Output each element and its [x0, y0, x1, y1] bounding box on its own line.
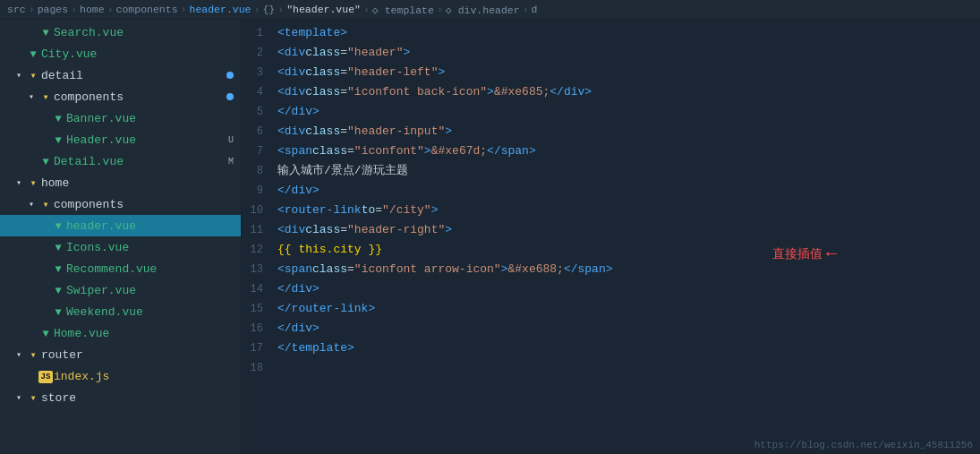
folder-icon: ▾	[38, 198, 54, 211]
line-content: </div>	[277, 181, 320, 201]
string-token: "iconfont arrow-icon"	[354, 262, 501, 276]
tag-token: </template>	[277, 341, 354, 355]
editor: 1<template>2 <divclass="header">3 <divcl…	[242, 20, 980, 454]
item-label: detail	[41, 69, 226, 82]
tag-token: </div>	[277, 282, 320, 296]
item-label: Swiper.vue	[66, 284, 241, 297]
vue-icon: ▼	[38, 26, 54, 39]
string-token: "header"	[347, 46, 403, 59]
sidebar-item-components-folder-2[interactable]: ▾▾components	[0, 193, 241, 215]
line-number: 8	[242, 161, 277, 181]
line-content: </div>	[277, 319, 320, 338]
folder-icon: ▾	[25, 348, 41, 362]
arrow-icon: ▾	[13, 177, 25, 188]
bc-braces: {}	[262, 4, 275, 15]
sidebar-item-icons-vue[interactable]: ▼Icons.vue	[0, 236, 241, 258]
item-label: router	[41, 348, 241, 362]
line-content: <spanclass="iconfont">&#xe67d;</span>	[277, 141, 536, 161]
bc-sep4: ›	[181, 4, 187, 15]
sidebar-item-detail-folder[interactable]: ▾▾detail	[0, 64, 241, 86]
line-content: <divclass="header">	[277, 43, 410, 63]
tag-token: </span>	[564, 262, 613, 276]
string-token: "iconfont"	[354, 144, 424, 158]
attr-token: class	[305, 85, 340, 99]
line-number: 7	[242, 141, 277, 161]
line-content: </div>	[277, 102, 320, 122]
line-number: 9	[242, 181, 277, 201]
bc-sep6: ›	[277, 4, 284, 15]
code-area: 1<template>2 <divclass="header">3 <divcl…	[242, 20, 980, 454]
sidebar-item-index-js[interactable]: JSindex.js	[0, 365, 241, 387]
sidebar-item-header-vue-2[interactable]: ▼header.vue	[0, 215, 241, 236]
modified-dot	[226, 93, 234, 100]
bc-sep9: ›	[523, 4, 529, 15]
tag-token: <div	[277, 223, 305, 236]
arrow-icon: ▾	[25, 199, 38, 210]
bc-sep: ›	[29, 4, 35, 15]
code-line: 3 <divclass="header-left">	[242, 63, 980, 82]
code-line: 9 </div>	[242, 181, 980, 201]
sidebar-item-store-folder[interactable]: ▾▾store	[0, 387, 241, 408]
line-number: 11	[242, 220, 277, 240]
bc-file: header.vue	[189, 4, 251, 15]
sidebar-item-city-vue[interactable]: ▼City.vue	[0, 43, 241, 64]
vue-icon: ▼	[50, 133, 66, 147]
line-content: </template>	[277, 338, 354, 358]
sidebar-item-banner-vue[interactable]: ▼Banner.vue	[0, 107, 241, 129]
tag-token: >	[403, 46, 410, 59]
file-badge: M	[228, 157, 234, 167]
tag-token: <div	[277, 85, 305, 99]
string-token: "header-left"	[347, 65, 438, 79]
sidebar-item-detail-vue[interactable]: ▼Detail.vueM	[0, 150, 241, 172]
attr-token: class	[305, 223, 340, 236]
item-label: header.vue	[66, 219, 241, 233]
entity-token: &#xe685;	[494, 85, 550, 99]
line-number: 10	[242, 201, 277, 220]
sidebar-item-components-folder-1[interactable]: ▾▾components	[0, 86, 241, 107]
line-number: 13	[242, 260, 277, 279]
punct-token: =	[375, 203, 382, 217]
vue-icon: ▼	[50, 262, 66, 276]
line-number: 12	[242, 240, 277, 260]
item-label: components	[54, 90, 226, 104]
line-number: 3	[242, 63, 277, 82]
vue-icon: ▼	[50, 241, 66, 254]
punct-token: =	[347, 262, 354, 276]
bc-filename: "header.vue"	[286, 4, 361, 15]
folder-icon: ▾	[25, 391, 41, 405]
code-line: 8 输入城市/景点/游玩主题	[242, 161, 980, 181]
line-number: 4	[242, 82, 277, 102]
string-token: "header-right"	[347, 223, 445, 236]
line-content: <spanclass="iconfont arrow-icon">&#xe688…	[277, 260, 613, 279]
attr-token: class	[305, 124, 340, 138]
sidebar-item-swiper-vue[interactable]: ▼Swiper.vue	[0, 279, 241, 301]
string-token: "header-input"	[347, 124, 445, 138]
sidebar-item-recommend-vue[interactable]: ▼Recommend.vue	[0, 258, 241, 279]
bc-components: components	[116, 4, 178, 15]
sidebar-item-weekend-vue[interactable]: ▼Weekend.vue	[0, 301, 241, 322]
annotation-text: 直接插值	[772, 246, 822, 262]
sidebar-item-router-folder[interactable]: ▾▾router	[0, 344, 241, 365]
line-number: 1	[242, 23, 277, 43]
code-line: 13 <spanclass="iconfont arrow-icon">&#xe…	[242, 260, 980, 279]
bc-template: ◇ template	[372, 4, 434, 16]
item-label: Weekend.vue	[66, 305, 241, 319]
tag-token: <div	[277, 124, 305, 138]
line-content: <divclass="iconfont back-icon">&#xe685;<…	[277, 82, 592, 102]
line-content: 输入城市/景点/游玩主题	[277, 161, 408, 181]
code-line: 1<template>	[242, 23, 980, 43]
code-line: 16 </div>	[242, 319, 980, 338]
tag-token: </div>	[277, 321, 320, 335]
item-label: Banner.vue	[66, 112, 241, 125]
sidebar-item-header-vue-1[interactable]: ▼Header.vueU	[0, 129, 241, 150]
arrow-icon: ▾	[13, 70, 25, 81]
vue-icon: ▼	[50, 284, 66, 297]
sidebar-item-home-folder[interactable]: ▾▾home	[0, 172, 241, 193]
sidebar-item-search-vue[interactable]: ▼Search.vue	[0, 21, 241, 43]
sidebar-item-home-vue[interactable]: ▼Home.vue	[0, 322, 241, 344]
code-line: 11 <divclass="header-right">	[242, 220, 980, 240]
punct-token: =	[340, 124, 347, 138]
punct-token: =	[340, 223, 347, 236]
punct-token: =	[347, 144, 354, 158]
line-content: {{ this.city }}	[277, 240, 382, 260]
